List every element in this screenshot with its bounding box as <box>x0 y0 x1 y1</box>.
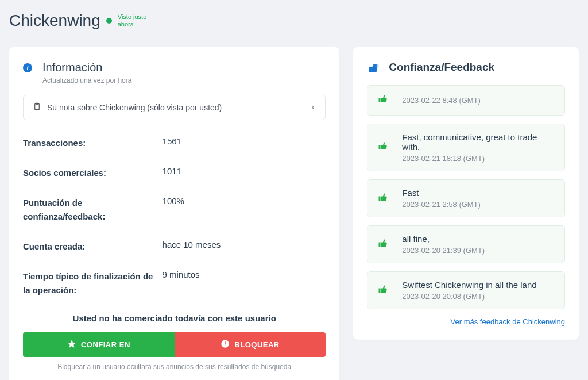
star-icon <box>67 339 76 350</box>
info-row-label: Puntuación de confianza/feedback: <box>23 196 163 224</box>
feedback-date: 2023-02-21 2:58 (GMT) <box>402 200 554 209</box>
info-row: Cuenta creada:hace 10 meses <box>23 240 326 254</box>
feedback-date: 2023-02-20 21:39 (GMT) <box>402 246 554 255</box>
info-row: Socios comerciales:1011 <box>23 166 326 180</box>
feedback-item: Fast2023-02-21 2:58 (GMT) <box>367 179 565 217</box>
info-row-value: 100% <box>163 196 184 224</box>
feedback-message: Swiftest Chickenwing in all the land <box>402 280 554 290</box>
profile-header: Chickenwing Visto justo ahora <box>9 11 579 30</box>
block-button-label: BLOQUEAR <box>234 340 279 349</box>
thumb-up-icon <box>378 238 388 251</box>
info-row-value: hace 10 meses <box>163 240 221 254</box>
error-icon <box>220 339 230 350</box>
thumb-up-icon <box>378 141 388 154</box>
feedback-item: 2023-02-22 8:48 (GMT) <box>367 85 565 116</box>
info-title: Información <box>42 61 131 74</box>
feedback-message: Fast, communicative, great to trade with… <box>402 132 554 152</box>
online-status-text: Visto justo ahora <box>118 13 152 28</box>
info-row-label: Transacciones: <box>23 136 163 150</box>
feedback-item: all fine,2023-02-20 21:39 (GMT) <box>367 225 565 263</box>
user-note-toggle[interactable]: Su nota sobre Chickenwing (sólo vista po… <box>23 95 326 120</box>
feedback-item: Swiftest Chickenwing in all the land2023… <box>367 271 565 309</box>
clipboard-icon <box>33 102 41 113</box>
svg-marker-2 <box>68 340 75 347</box>
info-row: Transacciones:1561 <box>23 136 326 150</box>
info-row-label: Tiempo típico de finalización de la oper… <box>23 270 163 297</box>
thumb-up-icon <box>378 94 388 107</box>
thumbs-icon <box>367 62 381 73</box>
feedback-date: 2023-02-20 20:08 (GMT) <box>402 292 554 301</box>
info-row: Tiempo típico de finalización de la oper… <box>23 270 326 297</box>
feedback-message: all fine, <box>402 234 554 244</box>
feedback-date: 2023-02-21 18:18 (GMT) <box>402 154 554 163</box>
username: Chickenwing <box>9 11 100 30</box>
block-button[interactable]: BLOQUEAR <box>175 332 326 357</box>
svg-rect-4 <box>225 341 226 344</box>
feedback-item: Fast, communicative, great to trade with… <box>367 124 565 171</box>
info-row-value: 1011 <box>163 166 181 180</box>
info-subtitle: Actualizado una vez por hora <box>42 76 131 85</box>
online-status-dot <box>106 18 112 24</box>
info-row-value: 1561 <box>163 136 181 150</box>
svg-rect-5 <box>225 346 226 346</box>
trust-feedback-card: Confianza/Feedback 2023-02-22 8:48 (GMT)… <box>353 47 579 340</box>
user-note-label: Su nota sobre Chickenwing (sólo vista po… <box>47 103 304 112</box>
block-hint: Bloquear a un usuario ocultará sus anunc… <box>23 363 326 371</box>
not-traded-message: Usted no ha comerciado todavía con este … <box>23 313 326 323</box>
trust-button[interactable]: CONFIAR EN <box>23 332 175 357</box>
info-row: Puntuación de confianza/feedback:100% <box>23 196 326 224</box>
info-row-label: Cuenta creada: <box>23 240 163 254</box>
more-feedback-link[interactable]: Ver más feedback de Chickenwing <box>367 317 565 326</box>
info-card: i Información Actualizado una vez por ho… <box>9 47 339 380</box>
feedback-message: Fast <box>402 188 554 198</box>
thumb-up-icon <box>378 284 388 297</box>
trust-button-label: CONFIAR EN <box>81 340 130 349</box>
info-row-value: 9 minutos <box>163 270 200 297</box>
info-row-label: Socios comerciales: <box>23 166 163 180</box>
chevron-left-icon <box>310 103 316 112</box>
info-icon: i <box>23 63 32 72</box>
thumb-up-icon <box>378 192 388 205</box>
trust-feedback-title: Confianza/Feedback <box>389 61 494 74</box>
feedback-date: 2023-02-22 8:48 (GMT) <box>402 96 554 105</box>
